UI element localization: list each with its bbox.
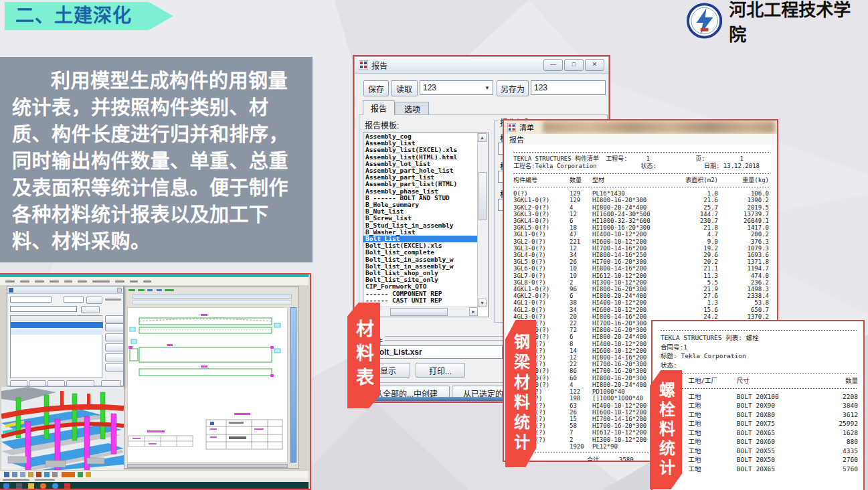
vertical-scrollbar[interactable]: ▲ ▼ [477, 133, 488, 307]
table-row: 10.9 工地 BOLT 20X55 4335 [661, 446, 858, 456]
maximize-icon[interactable] [564, 59, 584, 71]
col-site: 工地/工厂 [688, 376, 736, 386]
project-name: 工程名:Tekla Corporation [513, 163, 597, 170]
ribbon-text: 钢梁材料统计 [509, 333, 533, 454]
folder-icon[interactable] [28, 483, 34, 489]
table-row: 3GKL3-0(?) 12 HI1600-24-30*500 144.7 137… [513, 211, 770, 218]
table-row: 4GL1-0(?) 38 HI400-10-12*200 1.3 53.8 [513, 299, 770, 306]
dialog-titlebar[interactable] [7, 287, 123, 294]
col-weight: 重量(kg) [722, 177, 770, 183]
table-row: 4GKL1-0(?) 96 HI800-16-20*300 21.9 1498.… [513, 286, 770, 293]
report-dialog-title: 报告 [371, 60, 387, 71]
col-profile: 型材 [592, 177, 679, 183]
bolt-contract: 合同号:1 [661, 343, 857, 352]
project-no: 1 [646, 155, 650, 163]
ribbon-text: 材料表 [351, 319, 377, 392]
total-label: 合计 [587, 457, 599, 461]
windows-taskbar[interactable] [0, 482, 309, 490]
table-row: 3GKL5-0(?) 18 HI1000-16-20*300 21.8 1417… [513, 224, 770, 231]
tab-report[interactable]: 报告 [363, 100, 395, 115]
template-set-combobox[interactable]: 123 ▼ [420, 80, 493, 95]
list-window-titlebar[interactable]: 清单 [504, 120, 777, 134]
scrollbar-thumb-h[interactable] [390, 308, 448, 316]
divider [513, 149, 770, 155]
drawing-canvas[interactable] [127, 307, 288, 463]
table-row: 3GL2-0(?) 221 HI600-10-12*200 9.0 376.3 [513, 238, 770, 245]
table-row: 4GL3-0(?) 20 HI800-14-16*200 24.2 1370.2 [513, 313, 770, 320]
table-row: 10.9 工地 BOLT 20X65 1628 [661, 428, 858, 438]
bolt-table: 工地/工厂 尺寸 数量 [661, 376, 858, 386]
browser-icon[interactable] [40, 483, 46, 489]
status-label: 状态: [641, 163, 657, 170]
drawing-editor [124, 287, 299, 469]
tab-options[interactable]: 选项 [396, 102, 429, 115]
description-text: 利用模型生成构件的用钢量统计表，并按照构件类别、材质、构件长度进行归并和排序，同… [12, 68, 300, 255]
drawing-list-dialog [7, 286, 124, 386]
divider [661, 327, 857, 333]
print-button[interactable]: 打印... [416, 363, 465, 378]
file-name-input[interactable]: Bolt_List.xsr [370, 345, 503, 359]
list-window-menubar: 报告 [504, 134, 777, 145]
divider [661, 370, 857, 376]
drawing-hscrollbar[interactable] [127, 464, 288, 468]
col-qty: 数量 [570, 177, 592, 183]
ribbon-material-table: 材料表 [347, 303, 380, 408]
load-button[interactable]: 读取 [391, 80, 418, 96]
drawing-vscrollbar[interactable] [290, 307, 296, 463]
templates-label: 报告模板: [363, 119, 401, 131]
ribbon-steel-beam-stats: 钢梁材料统计 [505, 320, 536, 467]
divider [661, 386, 857, 392]
part-list-table: 构件编号 数量 型材 表面积(m2) 重量(kg) [513, 177, 770, 183]
table-row: 3GKL2-0(?) 4 HI800-20-24*400 25.7 2019.5 [513, 204, 770, 211]
scroll-right-icon[interactable]: ► [469, 307, 478, 316]
model-3d-viewport[interactable] [1, 387, 124, 470]
taskbar-icon[interactable] [16, 483, 22, 489]
save-button[interactable]: 保存 [363, 80, 389, 96]
total-count: 3580 [619, 457, 634, 461]
col-count: 数量 [816, 376, 858, 386]
edge-icon[interactable] [52, 483, 58, 489]
table-row: 10.9 工地 BOLT 20X100 2208 [661, 392, 858, 402]
table-row: 3GL7-0(?) 19 HI612-10-12*200 11.3 474.0 [513, 272, 770, 279]
template-list-item[interactable]: ------ CAST UNIT REP [363, 297, 478, 304]
project-no-label: 工程号: [606, 155, 627, 163]
minimize-icon[interactable] [543, 59, 563, 71]
template-list: Assembly_cog Assembly_list Assembly_list… [363, 133, 478, 307]
divider [513, 183, 770, 190]
date: 日期: 13.12.2018 [704, 163, 760, 170]
tekla-taskbar-icon[interactable] [64, 483, 70, 489]
doc-title: TEKLA STRUCTURES 构件清单 [513, 155, 599, 163]
drawing-list[interactable] [10, 315, 102, 378]
scrollbar-thumb[interactable] [479, 172, 487, 220]
table-row: 3GKL4-0(?) 6 HI1800-32-32*600 230.7 2604… [513, 218, 770, 224]
horizontal-scrollbar[interactable]: ◄ ► [363, 307, 478, 317]
table-row: 3GKL1-0(?) 129 HI800-16-20*300 21.6 1390… [513, 197, 770, 203]
save-as-input[interactable]: 123 [531, 80, 606, 95]
template-listbox: Assembly_cog Assembly_list Assembly_list… [363, 133, 489, 317]
page-no: 1 [740, 155, 744, 163]
report-dialog-titlebar[interactable]: 报告 [355, 57, 608, 74]
chevron-down-icon[interactable]: ▼ [485, 85, 490, 91]
dialog-icon [9, 288, 13, 293]
bolt-rows: 10.9 工地 BOLT 20X100 2208 10.9 工地 BOLT 20… [661, 392, 858, 474]
table-row: 10.9 工地 BOLT 20X60 880 [661, 437, 858, 446]
table-row: 3GL8-0(?) 2 HI300-10-12*200 5.5 236.2 [513, 279, 770, 286]
list-window-title: 清单 [519, 122, 534, 133]
drawing-subtitlebar [133, 294, 292, 299]
dialog-close-icon[interactable] [117, 288, 122, 293]
table-row: 4.6 工地 BOLT 20X65 5760 [661, 465, 858, 474]
col-size: 尺寸 [737, 376, 816, 386]
drawing-list-selected-row[interactable] [11, 322, 103, 328]
scroll-up-icon[interactable]: ▲ [478, 133, 487, 142]
table-row: 10.9 工地 BOLT 20X50 2760 [661, 455, 858, 465]
bolt-status: 状态: [661, 361, 857, 370]
bolt-list-window: TEKLA STRUCTURES 列表: 螺栓 合同号:1 标题: Tekla … [651, 320, 865, 490]
menu-report[interactable]: 报告 [509, 134, 524, 145]
start-button-icon[interactable] [3, 483, 9, 489]
close-icon[interactable] [585, 59, 604, 71]
scroll-down-icon[interactable]: ▼ [478, 299, 487, 307]
save-as-button[interactable]: 另存为 [497, 80, 529, 96]
col-part-no: 构件编号 [513, 177, 570, 183]
section-title: 二、土建深化 [5, 2, 173, 30]
table-row: 3GL4-0(?) 34 HI800-14-16*250 29.6 1693.6 [513, 252, 770, 258]
